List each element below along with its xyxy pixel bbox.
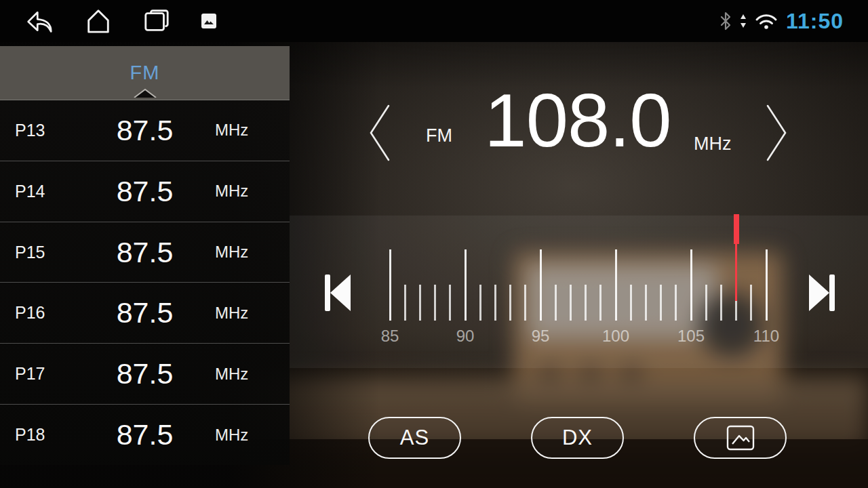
scale-tick-label: 90 xyxy=(456,327,475,346)
preset-frequency: 87.5 xyxy=(75,296,215,329)
scale-minor-tick xyxy=(555,285,557,321)
clock: 11:50 xyxy=(786,9,844,34)
tune-down-chevron-icon[interactable] xyxy=(368,104,391,165)
auto-store-button[interactable]: AS xyxy=(368,417,461,459)
scale-major-tick xyxy=(465,249,467,321)
preset-row[interactable]: P1487.5MHz xyxy=(0,161,290,222)
home-icon[interactable] xyxy=(84,7,113,35)
preset-panel: FM P1387.5MHzP1487.5MHzP1587.5MHzP1687.5… xyxy=(0,46,290,464)
scale-minor-tick xyxy=(434,285,436,321)
preset-row[interactable]: P1587.5MHz xyxy=(0,222,290,283)
scale-minor-tick xyxy=(660,285,662,321)
current-frequency: 108.0 xyxy=(469,83,686,159)
radio-app-screen: 11:50 FM P1387.5MHzP1487.5MHzP1587.5MHzP… xyxy=(0,0,868,488)
preset-unit: MHz xyxy=(215,243,290,262)
preset-number: P16 xyxy=(0,303,75,323)
band-indicator: FM xyxy=(426,125,452,146)
scale-minor-tick xyxy=(479,285,481,321)
preset-unit: MHz xyxy=(215,121,290,140)
tab-caret-icon xyxy=(133,88,157,100)
scale-tick-label: 105 xyxy=(677,327,705,346)
scale-major-tick xyxy=(766,249,768,321)
scale-tick-label: 100 xyxy=(602,327,629,346)
gallery-icon[interactable] xyxy=(201,13,217,29)
scale-major-tick xyxy=(389,249,391,321)
preset-frequency: 87.5 xyxy=(75,236,215,269)
dx-mode-button[interactable]: DX xyxy=(531,417,624,459)
tune-up-chevron-icon[interactable] xyxy=(765,104,788,165)
scale-tick-label: 110 xyxy=(753,327,779,346)
scale-major-tick xyxy=(690,249,692,321)
scale-minor-tick xyxy=(419,285,421,321)
preset-list: P1387.5MHzP1487.5MHzP1587.5MHzP1687.5MHz… xyxy=(0,100,290,465)
scale-minor-tick xyxy=(404,285,406,321)
scale-minor-tick xyxy=(494,285,496,321)
preset-unit: MHz xyxy=(215,426,290,445)
scale-minor-tick xyxy=(675,285,677,321)
needle-line xyxy=(735,244,737,301)
scale-minor-tick xyxy=(599,285,601,321)
wifi-icon xyxy=(755,12,778,30)
preset-number: P18 xyxy=(0,425,75,445)
scale-minor-tick xyxy=(645,285,647,321)
dx-mode-label: DX xyxy=(562,426,593,450)
bluetooth-icon xyxy=(719,12,732,30)
scale-major-tick xyxy=(615,249,617,321)
band-tab-header[interactable]: FM xyxy=(0,46,290,100)
scale-major-tick xyxy=(540,249,542,321)
seek-previous-icon[interactable] xyxy=(323,274,351,314)
preset-number: P15 xyxy=(0,243,75,262)
scale-minor-tick xyxy=(449,285,451,321)
preset-row[interactable]: P1787.5MHz xyxy=(0,343,290,404)
preset-row[interactable]: P1687.5MHz xyxy=(0,282,290,343)
band-tab-label: FM xyxy=(130,62,160,84)
preset-row[interactable]: P1387.5MHz xyxy=(0,100,290,161)
recent-apps-icon[interactable] xyxy=(142,7,171,35)
scale-minor-tick xyxy=(630,285,632,321)
scale-tick-label: 85 xyxy=(381,327,399,346)
scale-minor-tick xyxy=(720,285,722,321)
network-arrows-icon xyxy=(740,13,747,29)
scale-minor-tick xyxy=(750,285,752,321)
preset-number: P14 xyxy=(0,182,75,201)
preset-number: P13 xyxy=(0,121,75,140)
scale-minor-tick xyxy=(524,285,526,321)
preset-frequency: 87.5 xyxy=(75,175,215,208)
preset-unit: MHz xyxy=(215,182,290,201)
auto-store-label: AS xyxy=(400,426,429,450)
wallpaper-button[interactable] xyxy=(694,417,787,459)
scale-tick-label: 95 xyxy=(532,327,550,346)
photo-icon xyxy=(725,424,756,451)
frequency-unit: MHz xyxy=(694,134,732,155)
tuning-scale[interactable]: 859095100105110 xyxy=(390,214,766,350)
preset-frequency: 87.5 xyxy=(75,357,215,390)
scale-minor-tick xyxy=(570,285,572,321)
preset-row[interactable]: P1887.5MHz xyxy=(0,404,290,465)
preset-unit: MHz xyxy=(215,304,290,323)
preset-number: P17 xyxy=(0,364,75,384)
scale-minor-tick xyxy=(705,285,707,321)
scale-minor-tick xyxy=(509,285,511,321)
seek-next-icon[interactable] xyxy=(809,274,836,314)
status-bar: 11:50 xyxy=(0,0,868,42)
scale-minor-tick xyxy=(585,285,587,321)
preset-frequency: 87.5 xyxy=(75,114,215,147)
preset-unit: MHz xyxy=(215,365,290,384)
needle-head xyxy=(734,214,739,244)
preset-frequency: 87.5 xyxy=(75,418,215,451)
back-icon[interactable] xyxy=(24,7,54,35)
tuning-needle[interactable] xyxy=(734,214,739,301)
